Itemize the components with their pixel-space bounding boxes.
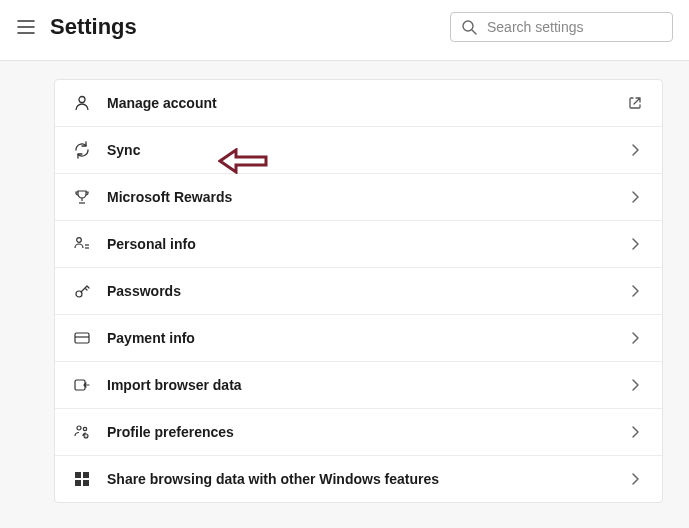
key-icon (73, 282, 91, 300)
row-label: Microsoft Rewards (107, 189, 610, 205)
row-label: Share browsing data with other Windows f… (107, 471, 610, 487)
row-label: Payment info (107, 330, 610, 346)
person-icon (73, 94, 91, 112)
svg-rect-12 (75, 333, 89, 343)
hamburger-menu-button[interactable] (16, 17, 36, 37)
row-share-windows[interactable]: Share browsing data with other Windows f… (55, 456, 662, 502)
svg-rect-19 (75, 472, 81, 478)
external-link-icon (626, 94, 644, 112)
chevron-right-icon (626, 188, 644, 206)
svg-point-3 (463, 21, 473, 31)
search-input[interactable] (487, 19, 662, 35)
row-label: Profile preferences (107, 424, 610, 440)
svg-point-16 (83, 427, 86, 430)
windows-icon (73, 470, 91, 488)
svg-rect-20 (83, 472, 89, 478)
row-import-browser-data[interactable]: Import browser data (55, 362, 662, 409)
svg-rect-21 (75, 480, 81, 486)
row-manage-account[interactable]: Manage account (55, 80, 662, 127)
row-sync[interactable]: Sync (55, 127, 662, 174)
row-label: Personal info (107, 236, 610, 252)
card-icon (73, 329, 91, 347)
import-icon (73, 376, 91, 394)
chevron-right-icon (626, 141, 644, 159)
svg-line-4 (472, 30, 476, 34)
chevron-right-icon (626, 470, 644, 488)
chevron-right-icon (626, 376, 644, 394)
row-personal-info[interactable]: Personal info (55, 221, 662, 268)
page-title: Settings (50, 14, 436, 40)
sync-icon (73, 141, 91, 159)
row-microsoft-rewards[interactable]: Microsoft Rewards (55, 174, 662, 221)
content: Manage account Sync Microsoft Rewards (0, 61, 689, 503)
row-label: Sync (107, 142, 610, 158)
row-payment-info[interactable]: Payment info (55, 315, 662, 362)
chevron-right-icon (626, 235, 644, 253)
row-label: Import browser data (107, 377, 610, 393)
chevron-right-icon (626, 329, 644, 347)
svg-point-8 (77, 238, 82, 243)
trophy-icon (73, 188, 91, 206)
settings-list: Manage account Sync Microsoft Rewards (54, 79, 663, 503)
chevron-right-icon (626, 423, 644, 441)
row-label: Passwords (107, 283, 610, 299)
row-label: Manage account (107, 95, 610, 111)
person-list-icon (73, 235, 91, 253)
svg-point-15 (77, 426, 81, 430)
chevron-right-icon (626, 282, 644, 300)
svg-point-18 (85, 435, 86, 436)
search-box[interactable] (450, 12, 673, 42)
row-passwords[interactable]: Passwords (55, 268, 662, 315)
svg-rect-22 (83, 480, 89, 486)
hamburger-icon (17, 20, 35, 34)
header: Settings (0, 0, 689, 61)
people-gear-icon (73, 423, 91, 441)
svg-point-5 (79, 97, 85, 103)
row-profile-preferences[interactable]: Profile preferences (55, 409, 662, 456)
search-icon (461, 19, 477, 35)
